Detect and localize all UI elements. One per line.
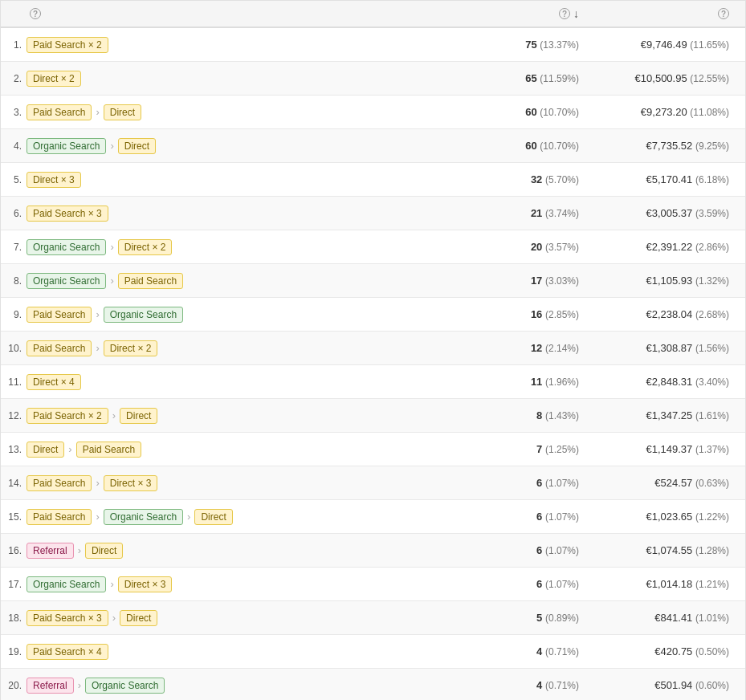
- channel-tag-referral[interactable]: Referral: [26, 543, 74, 559]
- arrow-icon: ›: [110, 140, 113, 152]
- conv-value: 11: [531, 376, 542, 388]
- conv-pct: (5.70%): [545, 174, 579, 185]
- row-number: 3.: [1, 107, 26, 118]
- row-number: 8.: [1, 275, 26, 287]
- table-row: 15.Paid Search›Organic Search›Direct6 (1…: [1, 500, 745, 534]
- conv-pct: (0.71%): [545, 646, 579, 657]
- row-conversions: 11 (1.96%): [446, 376, 595, 388]
- val-pct: (1.61%): [695, 410, 729, 421]
- row-value: €524.57 (0.63%): [595, 477, 745, 489]
- table-row: 7.Organic Search›Direct × 220 (3.57%)€2,…: [1, 230, 745, 264]
- channel-tag-direct[interactable]: Direct: [26, 442, 64, 458]
- channel-tag-paid[interactable]: Paid Search: [26, 104, 92, 120]
- val-pct: (1.21%): [695, 579, 729, 590]
- conv-value: 4: [536, 679, 542, 691]
- val-pct: (11.65%): [690, 39, 729, 51]
- row-path: Paid Search›Direct × 2: [26, 340, 446, 356]
- conv-value: 16: [531, 308, 542, 320]
- arrow-icon: ›: [112, 612, 116, 624]
- table-row: 14.Paid Search›Direct × 36 (1.07%)€524.5…: [1, 466, 745, 500]
- channel-tag-direct[interactable]: Direct × 3: [26, 172, 81, 188]
- arrow-icon: ›: [110, 578, 113, 590]
- arrow-icon: ›: [110, 275, 113, 287]
- conv-pct: (0.71%): [545, 680, 579, 691]
- channel-tag-organic[interactable]: Organic Search: [26, 239, 106, 255]
- sort-icon[interactable]: ↓: [573, 7, 579, 20]
- arrow-icon: ›: [96, 511, 99, 523]
- val-pct: (12.55%): [690, 73, 729, 84]
- channel-tag-direct[interactable]: Direct: [104, 104, 141, 120]
- table-header: ? ? ↓ ?: [1, 1, 745, 28]
- val-pct: (1.32%): [695, 275, 729, 287]
- channel-tag-paid[interactable]: Paid Search: [26, 509, 92, 525]
- channel-tag-direct[interactable]: Direct: [85, 543, 123, 559]
- channel-tag-direct[interactable]: Direct × 2: [118, 239, 173, 255]
- val-amount: €1,074.55: [646, 544, 693, 556]
- channel-tag-paid[interactable]: Paid Search: [26, 307, 92, 323]
- row-conversions: 60 (10.70%): [446, 140, 595, 152]
- row-conversions: 6 (1.07%): [446, 511, 595, 523]
- channel-tag-direct[interactable]: Direct × 3: [104, 475, 158, 491]
- row-value: €420.75 (0.50%): [595, 645, 745, 657]
- row-value: €5,170.41 (6.18%): [595, 173, 745, 185]
- channel-tag-paid[interactable]: Paid Search × 2: [26, 37, 108, 53]
- val-pct: (2.68%): [695, 309, 729, 320]
- conv-pct: (1.07%): [545, 511, 579, 523]
- conv-value: 6: [536, 477, 542, 489]
- row-number: 9.: [1, 309, 26, 320]
- help-icon-value[interactable]: ?: [718, 8, 729, 19]
- channel-tag-organic[interactable]: Organic Search: [26, 576, 106, 592]
- row-path: Paid Search›Direct: [26, 104, 446, 120]
- row-path: Paid Search × 3›Direct: [26, 610, 446, 626]
- channel-tag-paid[interactable]: Paid Search × 3: [26, 206, 108, 222]
- channel-tag-paid[interactable]: Paid Search × 2: [26, 408, 108, 424]
- val-pct: (1.22%): [695, 511, 729, 523]
- row-conversions: 17 (3.03%): [446, 275, 595, 287]
- channel-tag-paid[interactable]: Paid Search: [118, 273, 183, 289]
- channel-tag-direct[interactable]: Direct × 2: [104, 340, 158, 356]
- channel-tag-organic[interactable]: Organic Search: [104, 307, 183, 323]
- val-amount: €9,746.49: [641, 39, 687, 51]
- row-number: 18.: [1, 612, 26, 624]
- row-value: €2,391.22 (2.86%): [595, 241, 745, 253]
- channel-tag-direct[interactable]: Direct × 4: [26, 374, 81, 390]
- channel-tag-organic[interactable]: Organic Search: [26, 138, 106, 154]
- help-icon-conversions[interactable]: ?: [559, 8, 570, 19]
- conv-pct: (10.70%): [540, 140, 579, 152]
- row-path: Direct›Paid Search: [26, 442, 446, 458]
- channel-tag-paid[interactable]: Paid Search × 3: [26, 610, 108, 626]
- conv-value: 32: [531, 173, 542, 185]
- conv-value: 6: [536, 511, 542, 523]
- conv-value: 4: [536, 645, 542, 657]
- channel-tag-paid[interactable]: Paid Search: [26, 475, 92, 491]
- header-path: ?: [1, 8, 446, 19]
- channel-tag-direct[interactable]: Direct × 2: [26, 71, 81, 87]
- channel-tag-paid[interactable]: Paid Search: [76, 442, 141, 458]
- table-row: 2.Direct × 265 (11.59%)€10,500.95 (12.55…: [1, 62, 745, 96]
- val-pct: (2.86%): [695, 242, 729, 253]
- channel-tag-direct[interactable]: Direct: [120, 408, 157, 424]
- channel-tag-organic[interactable]: Organic Search: [26, 273, 106, 289]
- val-amount: €1,023.65: [646, 511, 693, 523]
- channel-tag-paid[interactable]: Paid Search × 4: [26, 644, 108, 660]
- channel-tag-organic[interactable]: Organic Search: [85, 678, 165, 694]
- channel-tag-direct[interactable]: Direct: [118, 138, 156, 154]
- channel-tag-referral[interactable]: Referral: [26, 678, 74, 694]
- row-number: 20.: [1, 680, 26, 691]
- channel-tag-direct[interactable]: Direct: [120, 610, 157, 626]
- table-row: 5.Direct × 332 (5.70%)€5,170.41 (6.18%): [1, 163, 745, 197]
- conv-pct: (11.59%): [540, 73, 579, 84]
- row-conversions: 21 (3.74%): [446, 207, 595, 219]
- channel-tag-paid[interactable]: Paid Search: [26, 340, 92, 356]
- channel-tag-direct[interactable]: Direct × 3: [118, 576, 173, 592]
- row-value: €1,023.65 (1.22%): [595, 511, 745, 523]
- row-value: €1,308.87 (1.56%): [595, 342, 745, 354]
- channel-tag-direct[interactable]: Direct: [194, 509, 232, 525]
- row-value: €7,735.52 (9.25%): [595, 140, 745, 152]
- conv-pct: (1.43%): [545, 410, 579, 421]
- channel-tag-organic[interactable]: Organic Search: [104, 509, 183, 525]
- row-conversions: 75 (13.37%): [446, 39, 595, 51]
- row-conversions: 4 (0.71%): [446, 645, 595, 657]
- conv-pct: (2.14%): [545, 343, 579, 354]
- help-icon-path[interactable]: ?: [30, 8, 41, 19]
